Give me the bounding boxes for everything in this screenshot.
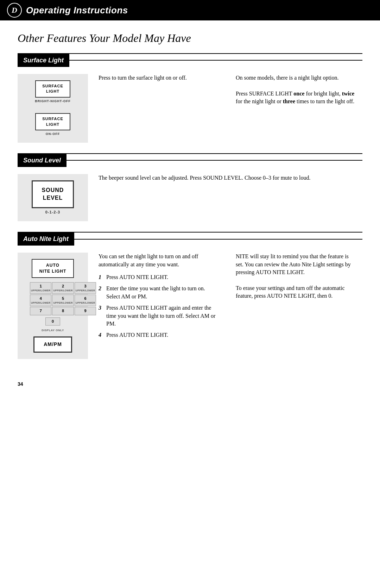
section-line2 xyxy=(66,160,362,161)
page-number: 34 xyxy=(18,381,23,387)
surface-light-content: SURFACE LIGHT BRIGHT-NIGHT-OFF SURFACE L… xyxy=(18,67,362,143)
surface-light-text-right: On some models, there is a night light o… xyxy=(229,74,362,143)
sound-level-device: SOUND LEVEL 0-1-2-3 xyxy=(18,174,88,221)
surface-light-button-bright: SURFACE LIGHT xyxy=(35,80,70,98)
numpad-key-0: 0 xyxy=(45,317,60,326)
page-number-area: 34 xyxy=(0,370,380,395)
step-4-text: Press AUTO NITE LIGHT. xyxy=(106,331,218,339)
numpad-key-7: 7 xyxy=(30,307,51,315)
auto-nite-right-p1: NITE will stay lit to remind you that th… xyxy=(236,253,355,276)
section-line xyxy=(69,60,362,61)
surface-light-right-p2: Press SURFACE LIGHT once for bright ligh… xyxy=(236,90,355,106)
auto-nite-numpad: 1 UPPER/LOWER 2 UPPER/LOWER 3 UPPER/LOWE… xyxy=(30,282,76,315)
step-1-text: Press AUTO NITE LIGHT. xyxy=(106,273,218,281)
auto-nite-device: AUTO NITE LIGHT 1 UPPER/LOWER 2 UPPER/LO… xyxy=(18,253,88,359)
sound-level-section: Sound Level SOUND LEVEL 0-1-2-3 The beep… xyxy=(0,153,380,221)
surface-light-sub1: BRIGHT-NIGHT-OFF xyxy=(35,99,71,104)
sound-level-sub: 0-1-2-3 xyxy=(45,210,60,215)
auto-nite-intro: You can set the night light to turn on a… xyxy=(99,253,218,268)
sound-level-content: SOUND LEVEL 0-1-2-3 The beeper sound lev… xyxy=(18,167,362,221)
sound-level-text: The beeper sound level can be adjusted. … xyxy=(88,174,362,221)
brand-icon: D xyxy=(7,3,22,18)
surface-light-right-p1: On some models, there is a night light o… xyxy=(236,74,355,82)
sound-level-heading: Sound Level xyxy=(18,154,66,167)
auto-nite-steps-col: You can set the night light to turn on a… xyxy=(88,253,229,359)
step-3-text: Press AUTO NITE LIGHT again and enter th… xyxy=(106,304,218,328)
numpad-key-8: 8 xyxy=(52,307,74,315)
page-title: Other Features Your Model May Have xyxy=(0,20,380,53)
display-only-label: DISPLAY ONLY xyxy=(42,328,64,332)
numpad-key-5: 5 UPPER/LOWER xyxy=(52,295,74,306)
sound-level-button: SOUND LEVEL xyxy=(32,180,74,208)
step-2-text: Enter the time you want the light to tur… xyxy=(106,285,218,301)
page-header: D Operating Instructions xyxy=(0,0,380,20)
surface-light-heading: Surface Light xyxy=(18,54,69,67)
numpad-zero-row: 0 xyxy=(30,317,76,326)
auto-nite-step-1: 1 Press AUTO NITE LIGHT. xyxy=(99,273,218,281)
auto-nite-button: AUTO NITE LIGHT xyxy=(32,259,74,278)
header-title: Operating Instructions xyxy=(26,4,128,17)
surface-light-section: Surface Light SURFACE LIGHT BRIGHT-NIGHT… xyxy=(0,53,380,143)
auto-nite-content: AUTO NITE LIGHT 1 UPPER/LOWER 2 UPPER/LO… xyxy=(18,246,362,359)
auto-nite-right-p2: To erase your settings and turn off the … xyxy=(236,284,355,300)
auto-nite-step-3: 3 Press AUTO NITE LIGHT again and enter … xyxy=(99,304,218,328)
auto-nite-heading: Auto Nite Light xyxy=(18,233,74,246)
numpad-key-4: 4 UPPER/LOWER xyxy=(30,295,51,306)
ampm-button: AM/PM xyxy=(33,336,72,353)
auto-nite-step-2: 2 Enter the time you want the light to t… xyxy=(99,285,218,301)
auto-nite-step-4: 4 Press AUTO NITE LIGHT. xyxy=(99,331,218,339)
numpad-key-2: 2 UPPER/LOWER xyxy=(52,282,74,294)
surface-light-device: SURFACE LIGHT BRIGHT-NIGHT-OFF SURFACE L… xyxy=(18,74,88,143)
surface-light-button-on-off: SURFACE LIGHT xyxy=(35,113,70,130)
numpad-key-1: 1 UPPER/LOWER xyxy=(30,282,51,294)
surface-light-text-left: Press to turn the surface light on or of… xyxy=(88,74,229,143)
auto-nite-right-col: NITE will stay lit to remind you that th… xyxy=(229,253,362,359)
section-line3 xyxy=(74,239,362,240)
svg-text:D: D xyxy=(11,6,17,14)
surface-light-sub2: ON-OFF xyxy=(46,132,60,136)
auto-nite-section: Auto Nite Light AUTO NITE LIGHT 1 UPPER/… xyxy=(0,232,380,359)
